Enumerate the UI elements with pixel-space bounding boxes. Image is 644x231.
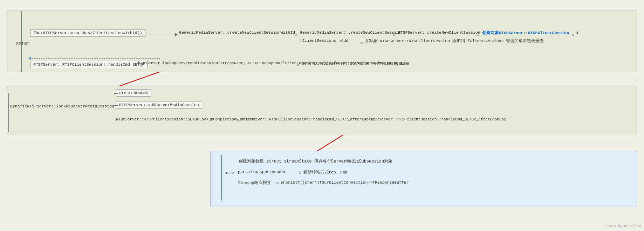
vline-p2 [117, 89, 117, 113]
lbl-rtsp-create: RTSPServer::createNewClientSession [398, 30, 480, 35]
lbl-parse-desc: 解析传输方式tcp、udp [303, 170, 347, 175]
left-vbar [21, 11, 22, 72]
lbl-handle-after2: RTSPServer::RTSPClientSession::handleCmd… [370, 117, 506, 121]
lbl-snprintf: snprintf((char*)fOurClientConnection->fR… [281, 180, 409, 185]
lbl-fclientsessions: fClientSessions->Add [300, 38, 348, 43]
lbl-generic-lookup: GenericMediaServer::lookupServerMediaSes… [302, 61, 408, 66]
lbl-parse-transport: parseTransportHeader [238, 170, 286, 174]
watermark: CSDN @yunhuibin [607, 224, 641, 228]
dot-4 [572, 34, 574, 36]
dot-1 [295, 34, 297, 36]
dot-p2-1 [237, 119, 239, 121]
lbl-generic-create: GenericMediaServer::createNewClientSessi… [179, 30, 295, 35]
lbl-addto: 将对象 RTSPServer::RTSPClientSession 添加到 fC… [365, 38, 544, 44]
dot-handleCmd [140, 65, 142, 67]
line-from-fOurRTSP [134, 35, 176, 35]
diagram-container: SETUP fOurRTSPServer.createNewClientSess… [0, 0, 644, 231]
panel-3: 创建对象数组 struct streamState 保存各个ServerMedi… [210, 151, 637, 207]
lbl-generic2: GenericMediaServer::createNewClientSessi… [300, 30, 402, 35]
lbl-handle-after1: RTSPServer::RTSPClientSession::handleCmd… [241, 117, 378, 121]
dot-p3-3 [276, 182, 279, 184]
dot-2 [393, 34, 395, 36]
lbl-setup-lookup: RTSPServer::RTSPClientSession::SETUPLook… [116, 117, 257, 121]
lbl-create-array: 创建对象数组 struct streamState 保存各个ServerMedi… [239, 158, 392, 164]
dot-p3 [232, 172, 234, 174]
hline-createNewSMS [114, 93, 118, 94]
dot-p2-2 [365, 119, 367, 121]
dot-7 [396, 64, 398, 66]
hline-addServer [114, 105, 118, 106]
node-createNewSMS: createNewSMS [116, 89, 151, 97]
lbl-setup-resp: 组setup响应报文 [238, 180, 271, 185]
node-fOurRTSPServer: fOurRTSPServer.createNewClientSessionWit… [30, 29, 145, 37]
lbl-dyn-rtsp: DynamicRTSPServer::lookupServerMediaSess… [10, 104, 114, 108]
dashed-line [30, 58, 160, 59]
lbl-create-obj: 创建对象RTSPServer::RTSPClientSession [482, 30, 569, 35]
panel-1: SETUP fOurRTSPServer.createNewClientSess… [7, 11, 637, 72]
node-handleCmd-SETUP: RTSPServer::RTSPClientSession::handleCmd… [30, 61, 148, 68]
left-vbar-p2 [8, 93, 9, 132]
left-vbar-p3 [221, 155, 222, 200]
dot-6 [297, 64, 299, 66]
lbl-dyna: Dyna [400, 61, 410, 66]
node-addServerMedia: RTSPServer::addServerMediaSession [116, 101, 202, 108]
dot-3 [477, 34, 479, 36]
setup-label: SETUP [16, 42, 29, 47]
dot-5 [361, 42, 363, 44]
arrow-right-1 [175, 33, 178, 37]
dot-p3-2 [299, 172, 301, 174]
p2-label: p2 [225, 171, 229, 175]
lbl-n: n [576, 30, 578, 35]
panel-2: DynamicRTSPServer::lookupServerMediaSess… [7, 86, 637, 135]
arrow-left-dashed [28, 57, 31, 60]
dot-dyn [112, 106, 114, 108]
